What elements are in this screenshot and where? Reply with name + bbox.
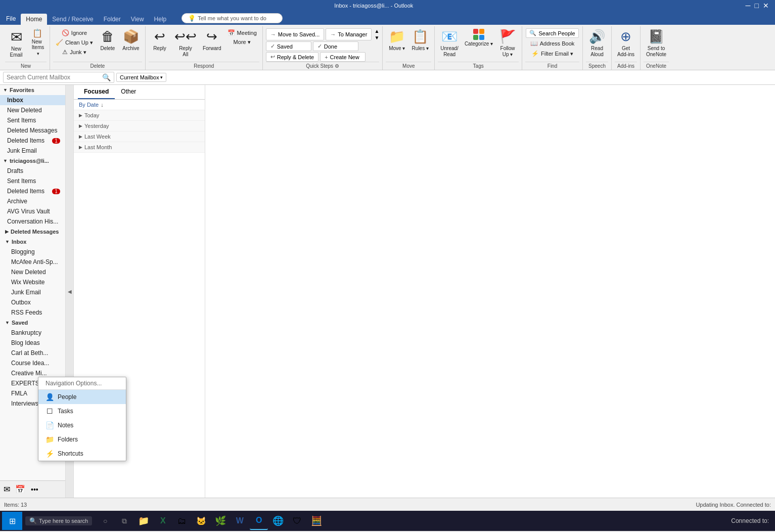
get-add-ins-button[interactable]: ⊕ GetAdd-ins [615, 27, 637, 59]
tab-send-receive[interactable]: Send / Receive [47, 14, 98, 25]
context-menu-item-tasks[interactable]: ☐ Tasks [38, 404, 126, 418]
reply-all-button[interactable]: ↩↩ ReplyAll [172, 27, 199, 59]
read-aloud-button[interactable]: 🔊 ReadAloud [586, 27, 608, 59]
taskbar-app-cat[interactable]: 🐱 [192, 512, 210, 530]
tab-help[interactable]: Help [149, 14, 172, 25]
sidebar-item-blogging[interactable]: Blogging [0, 247, 65, 257]
taskbar-app-excel[interactable]: X [154, 512, 172, 530]
close-btn[interactable]: ✕ [763, 2, 769, 10]
search-people-box[interactable]: 🔍 Search People [526, 28, 578, 38]
more-respond-button[interactable]: More ▾ [225, 38, 259, 47]
sidebar-item-deleted-messages-fav[interactable]: Deleted Messages [0, 125, 65, 136]
filter-email-button[interactable]: ⚡Filter Email ▾ [526, 49, 578, 58]
sidebar-item-rss-feeds[interactable]: RSS Feeds [0, 307, 65, 318]
sidebar-item-new-deleted-sub[interactable]: New Deleted [0, 267, 65, 277]
delete-button[interactable]: 🗑 Delete [97, 27, 119, 53]
new-items-button[interactable]: 📋 NewItems ▾ [28, 27, 47, 57]
sidebar-item-deleted-items-fav[interactable]: Deleted Items 1 [0, 136, 65, 146]
meeting-button[interactable]: 📅Meeting [225, 28, 259, 37]
unread-read-button[interactable]: 📧 Unread/Read [438, 27, 461, 59]
quick-step-to-manager[interactable]: →To Manager [326, 28, 372, 40]
quick-step-reply-delete[interactable]: ↩Reply & Delete [266, 52, 318, 62]
context-menu-header[interactable]: Navigation Options... [38, 377, 126, 390]
sidebar-item-bankruptcy[interactable]: Bankruptcy [0, 328, 65, 338]
taskbar-app-cortana[interactable]: ○ [96, 512, 114, 530]
sort-label[interactable]: By Date [79, 102, 99, 108]
tab-view[interactable]: View [126, 14, 149, 25]
sidebar-item-junk-email-sub[interactable]: Junk Email [0, 287, 65, 297]
start-button[interactable]: ⊞ [2, 512, 22, 530]
search-input[interactable] [7, 74, 102, 81]
tab-file[interactable]: File [1, 13, 21, 25]
taskbar-app-task-view[interactable]: ⧉ [115, 512, 133, 530]
junk-button[interactable]: ⚠Junk ▾ [53, 48, 96, 57]
tab-home[interactable]: Home [21, 14, 47, 25]
taskbar-app-calc[interactable]: 🧮 [307, 512, 326, 530]
mail-nav-icon[interactable]: ✉ [2, 483, 12, 496]
inbox-subsection-header[interactable]: ▼ Inbox [0, 237, 65, 247]
sidebar-item-archive[interactable]: Archive [0, 196, 65, 206]
reply-button[interactable]: ↩ Reply [149, 27, 171, 53]
sidebar-item-avg-virus-vault[interactable]: AVG Virus Vault [0, 206, 65, 216]
sidebar-item-wix-website[interactable]: Wix Website [0, 277, 65, 287]
search-input-wrap[interactable]: 🔍 [3, 72, 114, 83]
tab-other[interactable]: Other [115, 85, 142, 99]
context-menu-item-notes[interactable]: 📄 Notes [38, 418, 126, 432]
sort-direction[interactable]: ↓ [101, 102, 104, 108]
quick-step-create-new[interactable]: +Create New [320, 52, 366, 62]
account-section-header[interactable]: ▼ triciagoss@li... [0, 156, 65, 166]
sidebar-item-blog-ideas[interactable]: Blog Ideas [0, 338, 65, 348]
quick-steps-scroll-down[interactable]: ▼ [374, 35, 379, 40]
quick-steps-scroll-up[interactable]: ▲ [374, 28, 379, 34]
search-scope-dropdown[interactable]: Current Mailbox ▾ [116, 73, 166, 82]
forward-button[interactable]: ↪ Forward [200, 27, 224, 53]
new-email-button[interactable]: ✉ NewEmail [5, 27, 27, 60]
archive-button[interactable]: 📦 Archive [120, 27, 142, 53]
address-book-button[interactable]: 📖Address Book [526, 39, 578, 48]
sidebar-item-sent-items[interactable]: Sent Items [0, 176, 65, 186]
taskbar-app-app6[interactable]: 🌿 [211, 512, 230, 530]
favorites-header[interactable]: ▼ Favorites [0, 85, 65, 95]
quick-step-move-to-saved[interactable]: →Move to Saved... [266, 28, 325, 40]
quick-step-done[interactable]: ✓Done [313, 41, 358, 51]
taskbar-search-box[interactable]: 🔍 Type here to search [25, 516, 92, 525]
maximize-btn[interactable]: □ [755, 2, 759, 10]
taskbar-app-shield[interactable]: 🛡 [288, 512, 306, 530]
message-group-yesterday[interactable]: ▶ Yesterday [74, 121, 205, 131]
taskbar-app-files[interactable]: 🗂 [173, 512, 191, 530]
sidebar-item-deleted-items[interactable]: Deleted Items 1 [0, 186, 65, 196]
context-menu-item-shortcuts[interactable]: ⚡ Shortcuts [38, 447, 126, 461]
deleted-messages-section[interactable]: ▶ Deleted Messages [0, 227, 65, 237]
sidebar-item-inbox[interactable]: Inbox [0, 95, 65, 105]
taskbar-app-outlook[interactable]: O [250, 512, 268, 530]
saved-section-header[interactable]: ▼ Saved [0, 318, 65, 328]
minimize-btn[interactable]: ─ [746, 2, 751, 10]
quick-steps-expand[interactable]: ⚙ [335, 63, 339, 69]
categorize-button[interactable]: Categorize ▾ [462, 27, 495, 49]
tab-folder[interactable]: Folder [99, 14, 126, 25]
sidebar-item-junk-email-fav[interactable]: Junk Email [0, 146, 65, 156]
sidebar-item-outbox[interactable]: Outbox [0, 297, 65, 307]
sidebar-item-carl-at-beth[interactable]: Carl at Beth... [0, 348, 65, 358]
sidebar-item-conversation-his[interactable]: Conversation His... [0, 216, 65, 227]
sidebar-item-mcafee[interactable]: McAfee Anti-Sp... [0, 257, 65, 267]
more-nav-dots[interactable]: ••• [29, 484, 40, 495]
tab-focused[interactable]: Focused [78, 85, 115, 99]
calendar-nav-icon[interactable]: 📅 [14, 483, 27, 496]
sidebar-item-drafts[interactable]: Drafts [0, 166, 65, 176]
message-group-last-month[interactable]: ▶ Last Month [74, 142, 205, 153]
clean-up-button[interactable]: 🧹Clean Up ▾ [53, 38, 96, 47]
quick-step-saved[interactable]: ✓Saved [266, 41, 311, 51]
sidebar-item-course-ideas[interactable]: Course Idea... [0, 358, 65, 368]
rules-button[interactable]: 📋 Rules ▾ [409, 27, 431, 53]
ignore-button[interactable]: 🚫Ignore [53, 28, 96, 37]
taskbar-app-chrome[interactable]: 🌐 [269, 512, 287, 530]
message-group-today[interactable]: ▶ Today [74, 110, 205, 121]
tell-me-box[interactable]: 💡 Tell me what you want to do [181, 13, 283, 23]
taskbar-app-word[interactable]: W [231, 512, 249, 530]
message-group-last-week[interactable]: ▶ Last Week [74, 131, 205, 142]
send-to-onenote-button[interactable]: 📓 Send toOneNote [644, 27, 669, 59]
taskbar-app-explorer[interactable]: 📁 [134, 512, 153, 530]
context-menu-item-folders[interactable]: 📁 Folders [38, 432, 126, 447]
follow-up-button[interactable]: 🚩 FollowUp ▾ [496, 27, 519, 59]
